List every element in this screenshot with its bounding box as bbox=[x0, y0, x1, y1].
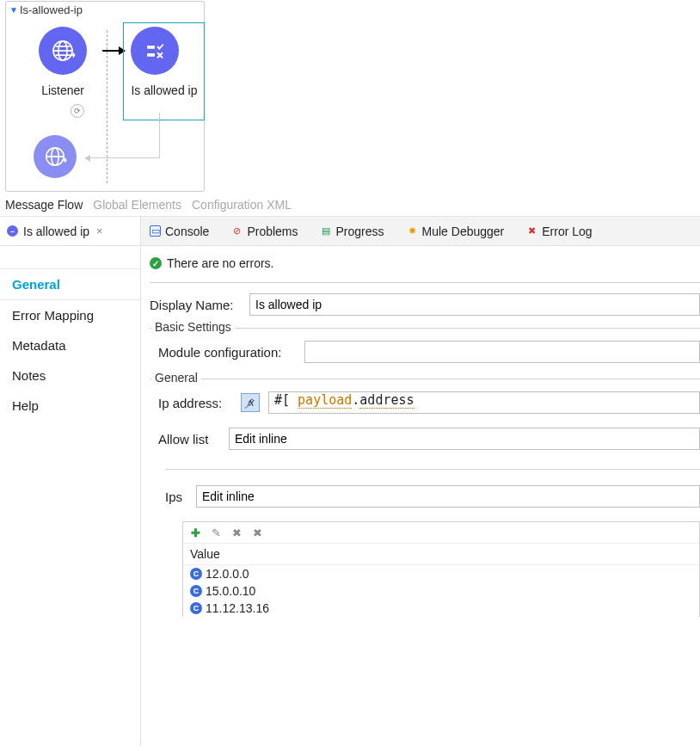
error-handler-node[interactable] bbox=[34, 135, 77, 178]
debugger-icon: ✸ bbox=[407, 225, 418, 237]
tab-mule-debugger[interactable]: ✸ Mule Debugger bbox=[407, 225, 505, 238]
close-icon[interactable]: × bbox=[96, 225, 103, 237]
properties-tab[interactable]: – Is allowed ip × bbox=[0, 217, 140, 246]
tab-error-log[interactable]: ✖ Error Log bbox=[526, 225, 592, 238]
listener-node[interactable]: ⟳ Listener bbox=[23, 27, 102, 97]
return-connector bbox=[85, 157, 160, 158]
error-log-icon: ✖ bbox=[526, 225, 537, 237]
row-value: 12.0.0.0 bbox=[206, 567, 249, 581]
validate-icon bbox=[142, 38, 168, 64]
table-row[interactable]: C12.0.0.0 bbox=[183, 565, 699, 582]
row-value: 11.12.13.16 bbox=[206, 601, 269, 615]
fx-button[interactable]: 𝑓x bbox=[241, 393, 260, 412]
refresh-badge-icon: ⟳ bbox=[71, 104, 84, 118]
bottom-tabstrip: ▭ Console ⊘ Problems ▤ Progress ✸ Mule D… bbox=[141, 217, 700, 246]
module-config-input[interactable] bbox=[304, 341, 700, 363]
row-value: 15.0.0.10 bbox=[206, 584, 255, 598]
tools-button[interactable]: ✖ bbox=[250, 526, 264, 539]
ips-label: Ips bbox=[165, 489, 187, 504]
display-name-label: Display Name: bbox=[150, 298, 241, 312]
status-bar: ✓ There are no errors. bbox=[150, 253, 700, 282]
allow-list-label: Allow list bbox=[158, 432, 220, 446]
tab-global-elements[interactable]: Global Elements bbox=[93, 198, 181, 212]
side-item-help[interactable]: Help bbox=[0, 391, 140, 421]
tab-problems[interactable]: ⊘ Problems bbox=[231, 225, 298, 238]
delete-button[interactable]: ✖ bbox=[230, 526, 243, 539]
table-row[interactable]: C11.12.13.16 bbox=[183, 600, 699, 617]
globe-icon bbox=[40, 142, 70, 171]
side-item-notes[interactable]: Notes bbox=[0, 360, 140, 391]
side-item-metadata[interactable]: Metadata bbox=[0, 330, 140, 360]
row-badge-icon: C bbox=[190, 602, 202, 614]
component-label: Is allowed ip bbox=[131, 83, 197, 97]
display-name-input[interactable] bbox=[249, 293, 700, 316]
is-allowed-ip-node[interactable]: Is allowed ip bbox=[124, 23, 204, 120]
listener-label: Listener bbox=[41, 83, 84, 97]
globe-icon bbox=[48, 36, 77, 65]
svg-rect-5 bbox=[147, 46, 155, 49]
side-item-general[interactable]: General bbox=[0, 268, 140, 300]
basic-settings-legend: Basic Settings bbox=[151, 320, 235, 334]
row-badge-icon: C bbox=[190, 585, 202, 597]
tab-configuration-xml[interactable]: Configuration XML bbox=[192, 198, 292, 212]
flow-name: Is-allowed-ip bbox=[20, 3, 83, 16]
ips-select[interactable] bbox=[196, 485, 700, 508]
svg-rect-6 bbox=[147, 53, 155, 57]
tab-console[interactable]: ▭ Console bbox=[150, 225, 209, 238]
ip-address-label: Ip address: bbox=[158, 396, 232, 410]
collapse-triangle-icon[interactable]: ▼ bbox=[9, 5, 18, 15]
status-ok-icon: ✓ bbox=[150, 257, 162, 269]
component-badge-icon: – bbox=[7, 225, 18, 237]
return-connector bbox=[159, 113, 160, 157]
tab-progress[interactable]: ▤ Progress bbox=[321, 225, 384, 238]
flow-container[interactable]: ▼ Is-allowed-ip ⟳ Listener bbox=[5, 1, 205, 192]
side-item-error-mapping[interactable]: Error Mapping bbox=[0, 300, 140, 330]
table-row[interactable]: C15.0.0.10 bbox=[183, 582, 699, 600]
ip-address-input[interactable]: #[ payload.address bbox=[268, 391, 700, 414]
editor-view-tabs: Message Flow Global Elements Configurati… bbox=[0, 196, 700, 216]
tab-message-flow[interactable]: Message Flow bbox=[5, 198, 83, 212]
ips-table: ✚ ✎ ✖ ✖ Value C12.0.0.0C15.0.0.10C11.12.… bbox=[182, 521, 700, 617]
properties-side-nav: General Error Mapping Metadata Notes Hel… bbox=[0, 246, 140, 421]
ips-table-header: Value bbox=[183, 544, 699, 565]
row-badge-icon: C bbox=[190, 568, 202, 580]
allow-list-select[interactable] bbox=[229, 428, 700, 450]
flow-arrow bbox=[102, 27, 125, 75]
add-button[interactable]: ✚ bbox=[188, 526, 202, 539]
properties-tab-label: Is allowed ip bbox=[23, 225, 89, 238]
module-config-label: Module configuration: bbox=[158, 345, 296, 360]
progress-icon: ▤ bbox=[321, 225, 332, 237]
edit-button[interactable]: ✎ bbox=[209, 526, 223, 539]
problems-icon: ⊘ bbox=[231, 225, 243, 237]
console-icon: ▭ bbox=[150, 225, 161, 237]
flow-title[interactable]: ▼ Is-allowed-ip bbox=[6, 2, 204, 18]
flow-canvas: ▼ Is-allowed-ip ⟳ Listener bbox=[0, 1, 700, 196]
general-legend: General bbox=[151, 371, 201, 385]
status-message: There are no errors. bbox=[167, 256, 274, 270]
